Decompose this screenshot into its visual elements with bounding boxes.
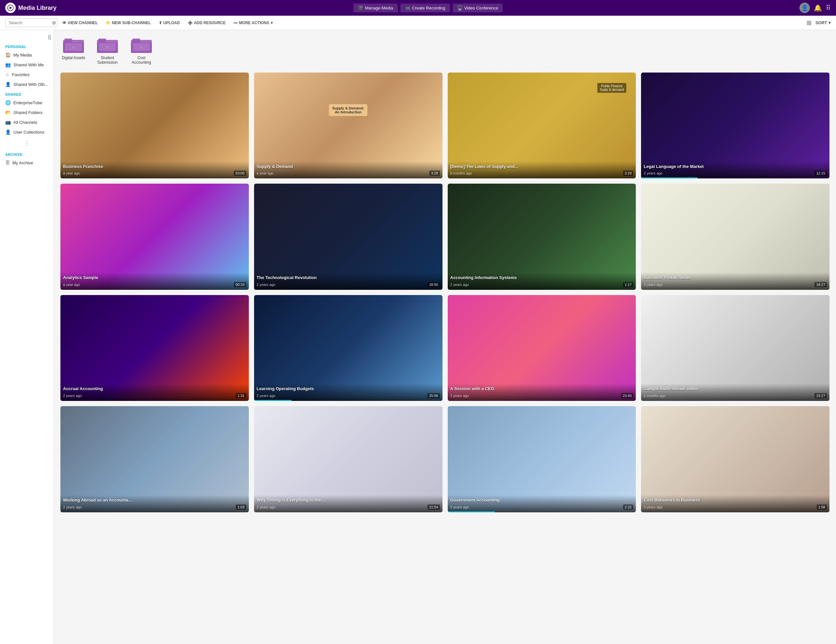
grid-view-button[interactable]: ⊞ [805, 18, 813, 28]
video-info-overlay: Supply & Demand a year ago 3:28 [254, 162, 442, 179]
video-conference-button[interactable]: 🖥️ Video Conference [452, 3, 503, 12]
video-meta: 2 years ago 1:58 [644, 505, 827, 510]
video-card[interactable]: Public FinanceSuply & demand [Demo] The … [448, 72, 636, 178]
video-card[interactable]: Analytics Sample a year ago 00:33 [60, 184, 249, 289]
video-info-overlay: Cost Behaviors in Business 2 years ago 1… [641, 495, 829, 512]
video-card[interactable]: Learning Operating Budgets 2 years ago 2… [254, 295, 442, 401]
video-card[interactable]: Business Profile Series 2 years ago 18:2… [641, 184, 829, 289]
video-info-overlay: Government Accounting 2 years ago 2:22 [448, 495, 636, 512]
video-title: Why Timing is Everything in the ... [257, 498, 440, 503]
new-sub-channel-button[interactable]: 📁 NEW SUB-CHANNEL [103, 19, 154, 27]
video-duration: 23:27 [815, 393, 827, 398]
apps-grid-icon[interactable]: ⠿ [826, 4, 831, 12]
manage-media-icon: 🎬 [358, 6, 363, 10]
notifications-icon[interactable]: 🔔 [814, 4, 822, 12]
video-info-overlay: Learning Operating Budgets 2 years ago 2… [254, 384, 442, 401]
search-input[interactable] [5, 18, 57, 27]
view-channel-button[interactable]: 👁 VIEW CHANNEL [59, 19, 101, 27]
video-card[interactable]: Supply & Demand:An Introduction Supply &… [254, 72, 442, 178]
folder-icon: ♫ [131, 37, 152, 54]
search-bar: ⚙ [5, 18, 57, 27]
sidebar-item-favorites[interactable]: ☆ Favorites [0, 70, 54, 79]
video-age: 2 years ago [63, 505, 82, 509]
sidebar-item-shared-with-me[interactable]: 👥 Shared With Me [0, 60, 54, 70]
video-card[interactable]: Business Franchise a year ago 53:00 [60, 72, 249, 178]
sidebar-more-options[interactable]: ⋮ [0, 137, 54, 149]
search-settings-icon[interactable]: ⚙ [52, 20, 56, 26]
video-meta: 8 months ago 3:29 [450, 170, 634, 176]
sidebar-item-my-media[interactable]: 🏠 My Media [0, 50, 54, 60]
folder-item-2[interactable]: ♫ Cost Accounting [128, 37, 155, 65]
more-actions-button[interactable]: ••• MORE ACTIONS ▾ [230, 19, 276, 27]
sidebar-item-shared-folders[interactable]: 📂 Shared Folders [0, 108, 54, 117]
video-card[interactable]: Government Accounting 2 years ago 2:22 [448, 406, 636, 512]
video-info-overlay: Legal Language of the Market 2 years ago… [641, 162, 829, 179]
video-card[interactable]: Accounting Information Systems 2 years a… [448, 184, 636, 289]
video-card[interactable]: The Technological Revolution 2 years ago… [254, 184, 442, 289]
video-card[interactable]: Sample multi-stream video 2 months ago 2… [641, 295, 829, 401]
avatar[interactable]: 👤 [799, 3, 810, 13]
upload-icon: ⬆ [159, 21, 162, 25]
video-duration: 3:29 [623, 170, 633, 176]
video-card[interactable]: Why Timing is Everything in the ... 2 ye… [254, 406, 442, 512]
chevron-down-icon: ▾ [271, 21, 273, 25]
video-card[interactable]: Cost Behaviors in Business 2 years ago 1… [641, 406, 829, 512]
video-duration: 12:15 [815, 170, 827, 176]
video-info-overlay: The Technological Revolution 2 years ago… [254, 273, 442, 290]
sidebar-item-my-archive[interactable]: 🗄 My Archive [0, 158, 54, 168]
video-title: Sample multi-stream video [644, 386, 827, 392]
folder-item-1[interactable]: ♫ Student Submission [95, 37, 121, 65]
video-title: Supply & Demand [257, 164, 440, 170]
sidebar-item-user-collections[interactable]: 👤 User Collections [0, 127, 54, 137]
video-meta: 2 years ago 11:54 [257, 505, 440, 510]
app-logo[interactable]: Media Library [5, 3, 57, 13]
collapse-sidebar-icon[interactable]: ⟨| [48, 34, 51, 40]
add-resource-button[interactable]: ➕ ADD RESOURCE [185, 19, 229, 27]
main-layout: ⟨| PERSONAL 🏠 My Media 👥 Shared With Me … [0, 30, 836, 644]
video-duration: 3:28 [429, 170, 439, 176]
video-card[interactable]: Legal Language of the Market 2 years ago… [641, 72, 829, 178]
video-progress-bar [254, 400, 292, 401]
sort-button[interactable]: SORT ▾ [815, 20, 831, 25]
video-info-overlay: [Demo] The Laws of Supply and... 8 month… [448, 162, 636, 179]
svg-rect-3 [64, 39, 72, 42]
sidebar-item-all-channels[interactable]: 📺 All Channels [0, 117, 54, 127]
video-info-overlay: Sample multi-stream video 2 months ago 2… [641, 384, 829, 401]
my-archive-icon: 🗄 [5, 160, 10, 165]
folder-icon: ♫ [63, 37, 84, 54]
video-age: a year ago [63, 283, 80, 286]
new-subchannel-icon: 📁 [106, 21, 111, 25]
my-media-icon: 🏠 [5, 52, 11, 57]
video-card[interactable]: Working Abroad as an Accounta... 2 years… [60, 406, 249, 512]
sidebar-personal-label: PERSONAL [0, 41, 54, 50]
app-title: Media Library [18, 5, 57, 11]
video-info-overlay: Business Profile Series 2 years ago 18:2… [641, 273, 829, 290]
video-meta: a year ago 53:00 [63, 170, 246, 176]
video-age: 2 years ago [450, 394, 469, 398]
video-info-overlay: Analytics Sample a year ago 00:33 [60, 273, 249, 290]
folder-label: Cost Accounting [128, 56, 155, 65]
video-duration: 1:31 [236, 393, 246, 398]
logo-icon [5, 3, 16, 13]
user-collections-icon: 👤 [5, 129, 11, 135]
video-duration: 11:54 [428, 505, 440, 510]
video-age: 2 years ago [450, 505, 469, 509]
manage-media-button[interactable]: 🎬 Manage Media [353, 3, 398, 12]
video-age: 2 years ago [644, 283, 662, 286]
more-actions-icon: ••• [233, 21, 238, 25]
video-card[interactable]: A Session with a CEO 2 years ago 23:40 [448, 295, 636, 401]
sidebar-item-shared-with-other[interactable]: 👤 Shared With Oth... [0, 79, 54, 89]
video-age: 2 years ago [644, 171, 662, 175]
video-progress-bar [641, 177, 697, 178]
folder-item-0[interactable]: ♫ Digital Assets [60, 37, 87, 65]
create-recording-button[interactable]: 📹 Create Recording [400, 3, 450, 12]
video-age: 2 years ago [257, 283, 275, 286]
video-age: 2 years ago [644, 505, 662, 509]
video-card[interactable]: Accrual Accounting 2 years ago 1:31 [60, 295, 249, 401]
video-title: Business Profile Series [644, 275, 827, 281]
view-options: ⊞ SORT ▾ [805, 18, 831, 28]
svg-rect-8 [98, 39, 106, 42]
upload-button[interactable]: ⬆ UPLOAD [155, 19, 183, 27]
sidebar-item-enterprise-tube[interactable]: 🌐 EnterpriseTube [0, 98, 54, 108]
folder-label: Digital Assets [62, 56, 85, 60]
